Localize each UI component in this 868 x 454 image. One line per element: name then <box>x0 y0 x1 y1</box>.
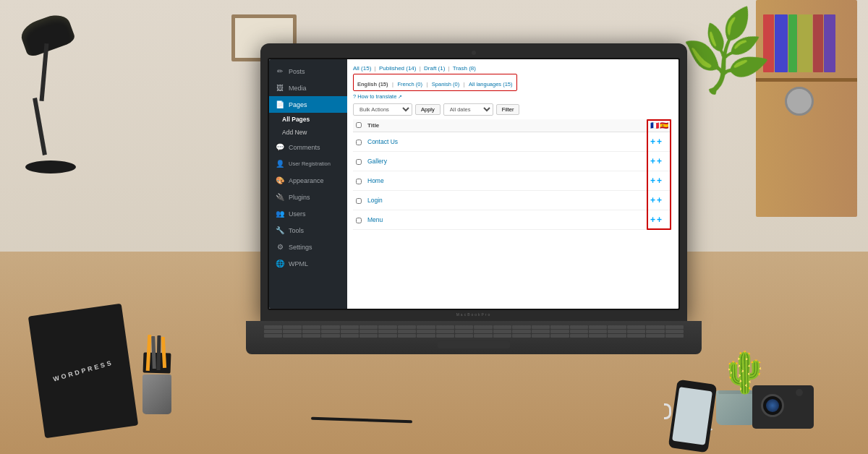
lang-filter-spanish[interactable]: Spanish (0) <box>432 81 459 87</box>
add-spanish-btn-5[interactable]: + <box>657 215 662 224</box>
bookshelf <box>756 0 857 217</box>
wpml-icon: 🌐 <box>275 260 285 267</box>
tools-icon: 🔧 <box>275 226 285 234</box>
page-title-gallery[interactable]: Gallery <box>365 152 647 171</box>
filter-links: All (15) | Published (14) | Draft (1) | … <box>353 65 671 72</box>
external-link-icon: ↗ <box>398 94 402 100</box>
row-checkbox-4[interactable] <box>356 198 362 204</box>
add-french-btn-1[interactable]: + <box>650 137 655 146</box>
sidebar-item-tools[interactable]: 🔧 Tools <box>269 222 347 239</box>
laptop-keyboard <box>246 321 702 354</box>
filter-button[interactable]: Filter <box>496 104 520 115</box>
page-title-home[interactable]: Home <box>365 171 647 191</box>
lang-filter-english[interactable]: English (15) <box>357 81 388 87</box>
desk-plant: 🌵 <box>716 390 756 425</box>
page-title-contact-us[interactable]: Contact Us <box>365 132 647 152</box>
col-title[interactable]: Title <box>365 119 647 132</box>
add-spanish-btn-3[interactable]: + <box>657 176 662 185</box>
lang-filter-all[interactable]: All languages (15) <box>469 81 512 87</box>
notebook: WORDPRESS <box>28 304 138 438</box>
spanish-flag-header: 🇪🇸 <box>660 121 668 129</box>
settings-icon: ⚙ <box>275 243 285 251</box>
row-checkbox-2[interactable] <box>356 159 362 165</box>
sidebar-item-posts[interactable]: ✏ Posts <box>269 63 347 80</box>
posts-icon: ✏ <box>275 67 285 75</box>
table-row: Contact Us + + <box>353 132 671 152</box>
select-all-checkbox[interactable] <box>356 122 362 128</box>
french-flag-header: 🇫🇷 <box>650 121 659 129</box>
sidebar-subitem-all-pages[interactable]: All Pages <box>269 113 347 126</box>
camera <box>752 385 814 429</box>
table-row: Menu + + <box>353 210 671 230</box>
wp-sidebar: ✏ Posts 🖼 Media 📄 Pages <box>269 59 347 309</box>
add-french-btn-5[interactable]: + <box>650 215 655 224</box>
plugins-icon: 🔌 <box>275 193 285 201</box>
table-row: Login + + <box>353 191 671 210</box>
filter-draft[interactable]: Draft (1) <box>424 65 445 72</box>
users-icon: 👥 <box>275 210 285 218</box>
bulk-actions-row: Bulk Actions Apply All dates Filter <box>353 103 671 116</box>
date-filter-select[interactable]: All dates <box>443 103 493 116</box>
bulk-actions-select[interactable]: Bulk Actions <box>353 103 412 116</box>
table-row: Home + + <box>353 171 671 191</box>
row-checkbox-3[interactable] <box>356 179 362 184</box>
add-french-btn-2[interactable]: + <box>650 157 655 166</box>
page-title-login[interactable]: Login <box>365 191 647 210</box>
add-spanish-btn-4[interactable]: + <box>657 196 662 205</box>
trackpad[interactable] <box>438 341 510 348</box>
col-checkbox <box>353 119 365 132</box>
row-checkbox-1[interactable] <box>356 140 362 145</box>
media-icon: 🖼 <box>275 84 285 92</box>
lang-filter-french[interactable]: French (0) <box>397 81 422 87</box>
add-french-btn-4[interactable]: + <box>650 196 655 205</box>
filter-all[interactable]: All (15) <box>353 65 371 72</box>
sidebar-item-plugins[interactable]: 🔌 Plugins <box>269 189 347 205</box>
sidebar-item-media[interactable]: 🖼 Media <box>269 80 347 96</box>
filter-trash[interactable]: Trash (8) <box>453 65 476 72</box>
pencil-holder <box>141 349 174 414</box>
add-french-btn-3[interactable]: + <box>650 176 655 185</box>
pages-table-container: Title 🇫🇷 🇪🇸 <box>353 119 671 230</box>
table-row: Gallery + + <box>353 152 671 171</box>
comments-icon: 💬 <box>275 143 285 151</box>
col-flags: 🇫🇷 🇪🇸 <box>647 119 671 132</box>
page-title-menu[interactable]: Menu <box>365 210 647 230</box>
laptop-brand-label: MacBookPro <box>268 312 680 317</box>
sidebar-item-appearance[interactable]: 🎨 Appearance <box>269 172 347 189</box>
sidebar-item-wpml[interactable]: 🌐 WPML <box>269 255 347 272</box>
wp-admin-screen: ✏ Posts 🖼 Media 📄 Pages <box>269 59 678 309</box>
pages-icon: 📄 <box>275 100 285 108</box>
apply-button[interactable]: Apply <box>415 104 441 115</box>
add-spanish-btn-2[interactable]: + <box>657 157 662 166</box>
desk-lamp <box>22 7 94 210</box>
translate-link[interactable]: ? How to translate ↗ <box>353 93 671 100</box>
add-spanish-btn-1[interactable]: + <box>657 137 662 146</box>
sidebar-item-comments[interactable]: 💬 Comments <box>269 139 347 155</box>
row-checkbox-5[interactable] <box>356 218 362 223</box>
wp-main-content: All (15) | Published (14) | Draft (1) | … <box>347 59 678 309</box>
sidebar-item-user-reg[interactable]: 👤 User Registration <box>269 155 347 172</box>
user-reg-icon: 👤 <box>275 160 285 168</box>
filter-published[interactable]: Published (14) <box>379 65 417 72</box>
sidebar-subitem-add-new[interactable]: Add New <box>269 126 347 139</box>
notebook-text: WORDPRESS <box>52 359 114 382</box>
pages-table: Title 🇫🇷 🇪🇸 <box>353 119 671 230</box>
sidebar-item-settings[interactable]: ⚙ Settings <box>269 239 347 255</box>
laptop: ✏ Posts 🖼 Media 📄 Pages <box>203 43 745 354</box>
appearance-icon: 🎨 <box>275 176 285 184</box>
sidebar-item-pages[interactable]: 📄 Pages <box>269 96 347 113</box>
language-filter-box: English (15) | French (0) | Spanish (0) … <box>353 74 517 91</box>
sidebar-item-users[interactable]: 👥 Users <box>269 205 347 222</box>
laptop-screen: ✏ Posts 🖼 Media 📄 Pages <box>260 43 687 321</box>
